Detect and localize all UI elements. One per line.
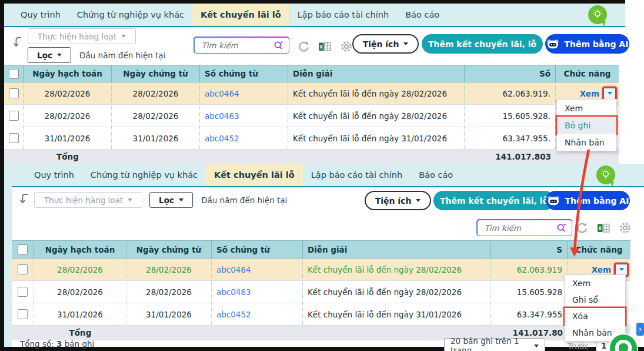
menu-item-ghi-so[interactable]: Ghi sổ — [565, 292, 625, 308]
menu-item-xoa[interactable]: Xóa — [565, 308, 625, 324]
add-with-ai-button[interactable]: Thêm bằng AI — [546, 191, 630, 210]
pagination-footer: Tổng số: 3 bản ghi 20 bản ghi trên 1 tra… — [12, 337, 644, 347]
tips-lightbulb-bubble[interactable] — [596, 165, 615, 184]
table-row[interactable]: 28/02/2026 28/02/2026 abc0463 Kết chuyển… — [12, 281, 630, 303]
tab-quy-trinh[interactable]: Quy trình — [12, 4, 69, 26]
col-amount: S — [491, 241, 568, 258]
menu-item-nhan-ban[interactable]: Nhân bản — [557, 134, 616, 151]
col-actions: Chức năng — [568, 241, 630, 258]
table-row[interactable]: 28/02/2026 28/02/2026 abc0463 Kết chuyển… — [4, 105, 619, 127]
menu-item-xem[interactable]: Xem — [557, 100, 616, 117]
doc-no-link[interactable]: abc0464 — [205, 89, 239, 98]
toolbar-search-row — [12, 213, 644, 240]
image-border — [0, 347, 644, 351]
chevron-down-icon — [619, 268, 624, 271]
add-carryforward-button[interactable]: Thêm kết chuyển lãi, lỗ — [433, 191, 555, 210]
view-link[interactable]: Xem — [580, 89, 599, 98]
filter-button[interactable]: Lọc — [149, 192, 193, 208]
cell-description: Kết chuyển lãi lỗ đến ngày 28/02/2026 — [303, 259, 491, 280]
page-size-label: 20 bản ghi trên 1 trang — [451, 336, 534, 351]
tips-lightbulb-bubble[interactable] — [588, 5, 607, 24]
row-checkbox[interactable] — [18, 309, 28, 319]
batch-actions-label: Thực hiện hàng loạt — [44, 196, 123, 205]
view-link[interactable]: Xem — [592, 265, 611, 274]
settings-gear-icon[interactable] — [618, 221, 632, 235]
add-with-ai-label: Thêm bằng AI — [565, 39, 629, 49]
flow-down-icon[interactable] — [11, 35, 25, 49]
tab-bar: Quy trình Chứng từ nghiệp vụ khác Kết ch… — [4, 4, 625, 27]
tab-lap-bao-cao-tai-chinh[interactable]: Lập báo cáo tài chính — [303, 164, 411, 186]
table-row[interactable]: 28/02/2026 28/02/2026 abc0464 Kết chuyển… — [4, 82, 619, 105]
refresh-icon[interactable] — [575, 221, 589, 235]
menu-item-xem[interactable]: Xem — [565, 275, 625, 292]
utilities-button[interactable]: Tiện ích — [352, 34, 419, 54]
row-actions-dropdown-button[interactable] — [603, 88, 616, 100]
side-panel-expander[interactable]: › — [636, 323, 644, 336]
row-actions-dropdown-button[interactable] — [615, 264, 628, 276]
cell-amount: 63.347.955. — [465, 127, 556, 149]
search-box[interactable] — [193, 37, 289, 54]
col-doc-no: Số chứng từ — [212, 241, 303, 258]
page-size-select[interactable]: 20 bản ghi trên 1 trang — [444, 338, 545, 351]
filter-button[interactable]: Lọc — [28, 47, 71, 63]
cell-description: Kết chuyển lãi lỗ đến ngày 31/01/2026 — [288, 127, 465, 149]
magic-search-icon[interactable] — [272, 39, 285, 52]
app-window: Quy trình Chứng từ nghiệp vụ khác Kết ch… — [0, 0, 644, 351]
add-carryforward-button[interactable]: Thêm kết chuyển lãi, lỗ — [422, 34, 543, 54]
tab-chung-tu-nghiep-vu-khac[interactable]: Chứng từ nghiệp vụ khác — [69, 4, 192, 26]
magic-search-icon[interactable] — [555, 221, 568, 234]
tab-chung-tu-nghiep-vu-khac[interactable]: Chứng từ nghiệp vụ khác — [82, 164, 206, 186]
add-with-ai-label: Thêm bằng AI — [565, 196, 629, 206]
select-all-checkbox[interactable] — [18, 244, 28, 254]
table-row[interactable]: 31/01/2026 31/01/2026 abc0452 Kết chuyển… — [4, 127, 619, 150]
export-excel-icon[interactable] — [596, 221, 610, 235]
row-checkbox[interactable] — [18, 287, 28, 297]
lightbulb-icon — [599, 168, 612, 181]
cell-amount: 62.063.919. — [465, 82, 556, 104]
chevron-down-icon — [416, 199, 421, 202]
menu-item-bo-ghi[interactable]: Bỏ ghi — [557, 117, 616, 134]
select-all-checkbox[interactable] — [9, 69, 19, 79]
utilities-button[interactable]: Tiện ích — [365, 191, 431, 210]
add-carryforward-label: Thêm kết chuyển lãi, lỗ — [428, 39, 536, 49]
tab-ket-chuyen-lai-lo[interactable]: Kết chuyển lãi lỗ — [192, 4, 289, 26]
doc-no-link[interactable]: abc0464 — [216, 265, 251, 274]
row-actions-menu: Xem Ghi sổ Xóa Nhân bản — [564, 274, 626, 342]
batch-actions-label: Thực hiện hàng loạt — [38, 32, 116, 41]
doc-no-link[interactable]: abc0463 — [205, 111, 239, 121]
filter-label: Lọc — [159, 196, 174, 205]
search-input[interactable] — [483, 223, 555, 233]
cell-amount: 15.605.928 — [491, 281, 568, 303]
documents-table: Ngày hạch toán Ngày chứng từ Số chứng từ… — [4, 65, 619, 164]
period-label: Đầu năm đến hiện tại — [79, 51, 165, 60]
utilities-label: Tiện ích — [375, 196, 412, 206]
tab-quy-trinh[interactable]: Quy trình — [26, 164, 82, 186]
row-checkbox[interactable] — [9, 133, 19, 143]
table-row[interactable]: 28/02/2026 28/02/2026 abc0464 Kết chuyển… — [12, 259, 630, 281]
search-input[interactable] — [201, 40, 272, 51]
doc-no-link[interactable]: abc0452 — [205, 134, 239, 143]
settings-gear-icon[interactable] — [339, 39, 353, 54]
cell-amount: 15.605.928. — [465, 105, 556, 127]
chevron-down-icon — [121, 35, 126, 38]
tab-bao-cao[interactable]: Báo cáo — [411, 164, 461, 186]
search-box[interactable] — [476, 219, 572, 236]
col-doc-no: Số chứng từ — [200, 65, 288, 82]
tab-bao-cao[interactable]: Báo cáo — [397, 4, 448, 26]
row-checkbox[interactable] — [9, 111, 19, 121]
doc-no-link[interactable]: abc0452 — [216, 310, 251, 319]
record-count: Tổng số: 3 bản ghi — [20, 339, 94, 349]
flow-down-icon[interactable] — [18, 192, 32, 206]
doc-no-link[interactable]: abc0463 — [216, 287, 251, 297]
refresh-icon[interactable] — [296, 39, 311, 54]
export-excel-icon[interactable] — [318, 39, 332, 54]
row-checkbox[interactable] — [18, 264, 28, 274]
col-date-doc: Ngày chứng từ — [126, 241, 212, 258]
ai-robot-icon — [546, 39, 559, 49]
tab-lap-bao-cao-tai-chinh[interactable]: Lập báo cáo tài chính — [289, 4, 397, 26]
row-checkbox[interactable] — [9, 88, 19, 98]
tab-ket-chuyen-lai-lo[interactable]: Kết chuyển lãi lỗ — [206, 164, 303, 186]
table-row[interactable]: 31/01/2026 31/01/2026 abc0452 Kết chuyển… — [12, 303, 630, 326]
add-with-ai-button[interactable]: Thêm bằng AI — [545, 34, 629, 54]
cell-description: Kết chuyển lãi lỗ đến ngày 28/02/2026 — [288, 105, 465, 127]
